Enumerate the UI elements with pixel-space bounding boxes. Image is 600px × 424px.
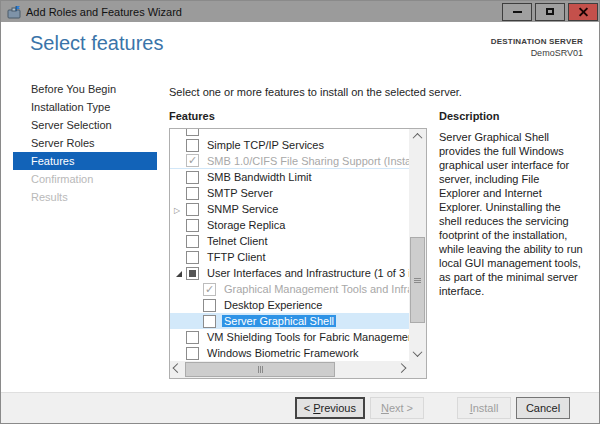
feature-label: Server Graphical Shell: [222, 315, 336, 327]
window-controls: [499, 3, 598, 21]
minimize-button[interactable]: [502, 3, 532, 21]
checkbox-unchecked[interactable]: [186, 139, 199, 152]
feature-row[interactable]: SMB Bandwidth Limit: [170, 169, 409, 185]
feature-row[interactable]: SNMP Service: [170, 201, 409, 217]
feature-label: SMTP Server: [205, 187, 275, 199]
scroll-right-button[interactable]: [394, 361, 409, 378]
destination-server-name: DemoSRV01: [491, 48, 583, 58]
scroll-up-button[interactable]: [409, 129, 426, 144]
checkbox-unchecked[interactable]: [186, 129, 199, 136]
previous-button[interactable]: < Previous: [295, 397, 365, 419]
maximize-icon: [546, 8, 554, 15]
feature-label: VM Shielding Tools for Fabric Management: [205, 331, 409, 343]
feature-row[interactable]: VM Shielding Tools for Fabric Management: [170, 329, 409, 345]
page-title: Select features: [30, 32, 163, 55]
destination-server-block: DESTINATION SERVER DemoSRV01: [491, 37, 583, 58]
sidebar-item-installation-type[interactable]: Installation Type: [1, 98, 157, 116]
close-button[interactable]: [568, 3, 598, 21]
chevron-down-icon: [413, 347, 423, 357]
checkbox-unchecked[interactable]: [203, 315, 216, 328]
feature-label: SMB Bandwidth Limit: [205, 171, 314, 183]
horizontal-scrollbar[interactable]: [170, 361, 409, 378]
feature-row[interactable]: SMB 1.0/CIFS File Sharing Support (Insta…: [170, 153, 409, 169]
next-button: Next >: [370, 397, 424, 419]
wizard-window: Add Roles and Features Wizard Select fea…: [0, 0, 600, 424]
feature-label: SMB 1.0/CIFS File Sharing Support (Insta…: [205, 155, 409, 167]
feature-label: User Interfaces and Infrastructure (1 of…: [205, 267, 409, 279]
close-icon: [579, 7, 588, 16]
wizard-steps: Before You BeginInstallation TypeServer …: [1, 80, 157, 206]
feature-row[interactable]: TFTP Client: [170, 249, 409, 265]
checkbox-unchecked[interactable]: [186, 347, 199, 360]
feature-label: Storage Replica: [205, 219, 287, 231]
wizard-app-icon: [7, 5, 21, 19]
checkbox-checked[interactable]: [186, 154, 199, 167]
footer-buttons: < PreviousNext >InstallCancel: [1, 392, 599, 423]
feature-label: Windows Biometric Framework: [205, 347, 361, 359]
expander-collapsed-icon[interactable]: [174, 203, 186, 215]
checkbox-unchecked[interactable]: [186, 171, 199, 184]
feature-row[interactable]: [170, 129, 409, 137]
feature-label: Graphical Management Tools and Infrastru…: [222, 283, 409, 295]
feature-row[interactable]: Storage Replica: [170, 217, 409, 233]
scrollbar-corner: [409, 361, 426, 378]
features-list: Simple TCP/IP ServicesSMB 1.0/CIFS File …: [169, 128, 427, 379]
features-list-label: Features: [169, 110, 427, 122]
horizontal-scrollbar-thumb[interactable]: [185, 362, 335, 377]
scroll-left-button[interactable]: [170, 361, 185, 378]
feature-row[interactable]: Windows Biometric Framework: [170, 345, 409, 361]
feature-label: Desktop Experience: [222, 299, 324, 311]
chevron-up-icon: [413, 133, 423, 143]
checkbox-unchecked[interactable]: [203, 299, 216, 312]
feature-row[interactable]: Desktop Experience: [170, 297, 409, 313]
checkbox-unchecked[interactable]: [186, 187, 199, 200]
features-column: Features Simple TCP/IP ServicesSMB 1.0/C…: [169, 110, 427, 379]
sidebar-item-confirmation: Confirmation: [1, 170, 157, 188]
vertical-scrollbar-thumb[interactable]: [410, 237, 425, 323]
sidebar-item-server-selection[interactable]: Server Selection: [1, 116, 157, 134]
sidebar-item-results: Results: [1, 188, 157, 206]
scroll-down-button[interactable]: [409, 346, 426, 361]
feature-row[interactable]: User Interfaces and Infrastructure (1 of…: [170, 265, 409, 281]
description-label: Description: [439, 110, 583, 122]
feature-row[interactable]: Graphical Management Tools and Infrastru…: [170, 281, 409, 297]
description-text: Server Graphical Shell provides the full…: [439, 130, 583, 298]
expander-expanded-icon[interactable]: [174, 267, 186, 279]
description-panel: Description Server Graphical Shell provi…: [439, 110, 583, 379]
feature-label: Simple TCP/IP Services: [205, 139, 326, 151]
minimize-icon: [513, 11, 522, 13]
feature-row[interactable]: SMTP Server: [170, 185, 409, 201]
destination-server-label: DESTINATION SERVER: [491, 37, 583, 46]
feature-label: SNMP Service: [205, 203, 280, 215]
install-button: Install: [457, 397, 511, 419]
cancel-button[interactable]: Cancel: [516, 397, 570, 419]
wizard-content: Select features DESTINATION SERVER DemoS…: [1, 22, 599, 392]
instruction-text: Select one or more features to install o…: [169, 86, 583, 98]
checkbox-unchecked[interactable]: [186, 203, 199, 216]
checkbox-unchecked[interactable]: [186, 219, 199, 232]
checkbox-indeterminate[interactable]: [186, 267, 199, 280]
checkbox-unchecked[interactable]: [186, 251, 199, 264]
feature-label: TFTP Client: [205, 251, 267, 263]
main-pane: Select one or more features to install o…: [169, 82, 583, 379]
feature-row[interactable]: Telnet Client: [170, 233, 409, 249]
chevron-left-icon: [173, 363, 183, 373]
checkbox-unchecked[interactable]: [186, 331, 199, 344]
checkbox-unchecked[interactable]: [186, 235, 199, 248]
feature-label: Telnet Client: [205, 235, 270, 247]
sidebar-item-before-you-begin[interactable]: Before You Begin: [1, 80, 157, 98]
sidebar-item-features[interactable]: Features: [13, 152, 157, 170]
vertical-scrollbar[interactable]: [409, 129, 426, 361]
feature-row[interactable]: Simple TCP/IP Services: [170, 137, 409, 153]
checkbox-checked[interactable]: [203, 283, 216, 296]
window-title: Add Roles and Features Wizard: [26, 6, 182, 18]
feature-row[interactable]: Server Graphical Shell: [170, 313, 409, 329]
titlebar[interactable]: Add Roles and Features Wizard: [1, 1, 599, 22]
maximize-button[interactable]: [535, 3, 565, 21]
chevron-right-icon: [397, 363, 407, 373]
sidebar-item-server-roles[interactable]: Server Roles: [1, 134, 157, 152]
